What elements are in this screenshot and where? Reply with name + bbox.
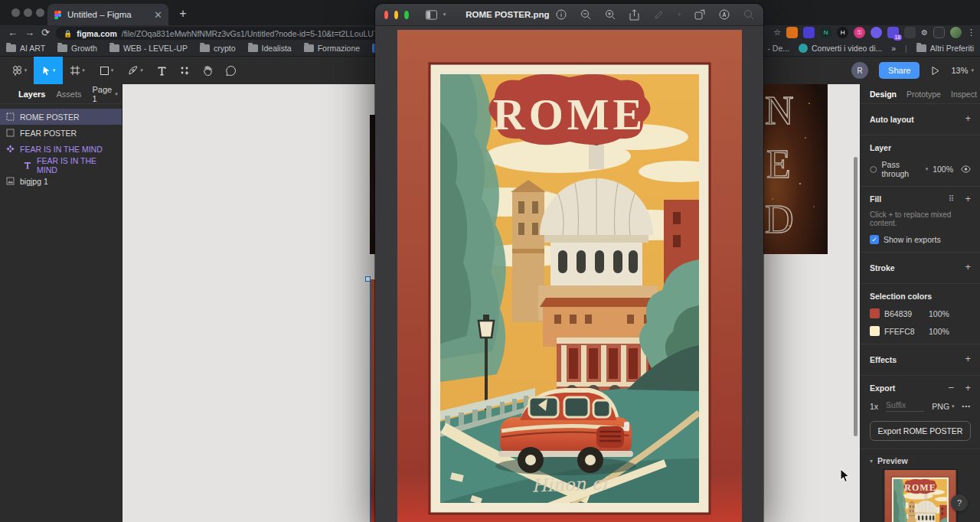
frame-tool[interactable]: ▾ bbox=[63, 57, 92, 84]
zoom-level-dropdown[interactable]: 13%▾ bbox=[951, 66, 974, 75]
share-icon[interactable] bbox=[629, 9, 640, 21]
preview-zoom-button[interactable] bbox=[404, 11, 408, 19]
rome-poster-image[interactable] bbox=[397, 30, 742, 522]
add-effect-button[interactable]: + bbox=[965, 353, 971, 364]
profile-avatar[interactable] bbox=[950, 27, 962, 38]
browser-menu-icon[interactable]: ⋮ bbox=[967, 28, 975, 38]
other-bookmarks-folder[interactable]: Altri Preferiti bbox=[916, 44, 974, 53]
tab-assets[interactable]: Assets bbox=[56, 90, 81, 99]
comment-tool[interactable] bbox=[219, 57, 242, 84]
preview-close-button[interactable] bbox=[384, 11, 388, 19]
preview-titlebar[interactable]: ▾ ROME POSTER.png ▾ bbox=[375, 4, 763, 26]
rotate-icon[interactable] bbox=[694, 9, 705, 21]
bookmark-star-icon[interactable]: ☆ bbox=[773, 28, 781, 38]
resources-tool[interactable] bbox=[173, 57, 196, 84]
purple-extension-icon[interactable] bbox=[803, 27, 815, 38]
user-avatar[interactable]: R bbox=[851, 62, 868, 79]
puzzle-extensions-icon[interactable]: ⚙ bbox=[921, 28, 928, 37]
hand-tool[interactable] bbox=[196, 57, 219, 84]
preview-minimize-button[interactable] bbox=[394, 11, 398, 19]
help-button[interactable]: ? bbox=[951, 494, 968, 511]
chevron-down-icon[interactable]: ▾ bbox=[678, 11, 681, 18]
markup-pen-icon[interactable] bbox=[653, 9, 665, 21]
layer-row-fear-component[interactable]: FEAR IS IN THE MIND bbox=[0, 141, 122, 157]
export-scale[interactable]: 1x bbox=[870, 402, 878, 411]
window-minimize-button[interactable] bbox=[24, 8, 32, 17]
fill-styles-icon[interactable]: ⠿ bbox=[949, 194, 954, 203]
export-more-icon[interactable]: ••• bbox=[962, 403, 971, 409]
search-icon[interactable] bbox=[743, 9, 754, 21]
window-close-button[interactable] bbox=[11, 8, 20, 17]
fear-poster-canvas-fragment[interactable]: N E D bbox=[763, 84, 828, 254]
text-tool[interactable] bbox=[150, 57, 173, 84]
forward-icon[interactable]: → bbox=[24, 27, 34, 39]
info-icon[interactable] bbox=[555, 9, 567, 21]
show-in-exports-checkbox[interactable]: ✓ bbox=[870, 235, 879, 244]
layer-opacity-value[interactable]: 100% bbox=[933, 165, 953, 174]
badge-extension-icon[interactable]: 18 bbox=[887, 27, 899, 38]
bookmarks-overflow-icon[interactable]: » bbox=[891, 44, 896, 53]
add-fill-button[interactable]: + bbox=[965, 193, 971, 204]
reload-icon[interactable]: ⟳ bbox=[41, 27, 50, 39]
present-play-icon[interactable] bbox=[930, 66, 940, 76]
layer-row-bigjpg[interactable]: bigjpg 1 bbox=[0, 173, 122, 189]
preview-window[interactable]: ▾ ROME POSTER.png ▾ bbox=[375, 4, 763, 522]
page-selector[interactable]: Page 1▾ bbox=[93, 85, 118, 103]
layer-row-rome-poster[interactable]: ROME POSTER bbox=[0, 109, 122, 125]
markup-toolbar-icon[interactable] bbox=[718, 9, 730, 21]
add-stroke-button[interactable]: + bbox=[965, 261, 971, 272]
layer-row-fear-text[interactable]: FEAR IS IN THE MIND bbox=[0, 157, 122, 173]
color-swatch[interactable] bbox=[870, 308, 880, 318]
color-swatch[interactable] bbox=[870, 326, 880, 336]
color-opacity[interactable]: 100% bbox=[929, 327, 949, 336]
metamask-extension-icon[interactable] bbox=[786, 27, 798, 38]
ghost-extension-icon[interactable] bbox=[871, 27, 882, 38]
bookmark-partial[interactable]: - De... bbox=[767, 44, 789, 53]
bookmark-ai-art[interactable]: AI ART bbox=[6, 44, 45, 53]
remove-export-button[interactable]: − bbox=[948, 382, 954, 393]
bookmark-formazione[interactable]: Formazione bbox=[304, 44, 360, 53]
move-tool[interactable]: ▾ bbox=[34, 57, 63, 84]
tab-inspect[interactable]: Inspect bbox=[951, 90, 977, 99]
browser-tab[interactable]: Untitled – Figma ✕ bbox=[47, 4, 168, 25]
sidebar-toggle-icon[interactable] bbox=[426, 9, 437, 21]
blend-mode-dropdown[interactable]: Pass through▾ bbox=[882, 160, 929, 178]
export-rome-poster-button[interactable]: Export ROME POSTER bbox=[870, 421, 971, 441]
tab-prototype[interactable]: Prototype bbox=[906, 90, 941, 99]
zoom-in-icon[interactable] bbox=[604, 9, 616, 21]
selection-color-row[interactable]: B64839 100% bbox=[870, 308, 971, 318]
export-format-dropdown[interactable]: PNG▾ bbox=[932, 402, 954, 411]
export-suffix-input[interactable]: Suffix bbox=[886, 400, 924, 412]
back-icon[interactable]: ← bbox=[8, 27, 18, 39]
bookmark-crypto[interactable]: crypto bbox=[200, 44, 236, 53]
figma-main-menu[interactable]: ▾ bbox=[5, 57, 34, 84]
bookmark-idealista[interactable]: Idealista bbox=[248, 44, 292, 53]
add-auto-layout-button[interactable]: + bbox=[965, 113, 971, 124]
tab-design[interactable]: Design bbox=[870, 90, 897, 99]
zoom-out-icon[interactable] bbox=[580, 9, 591, 21]
color-hex[interactable]: FFEFC8 bbox=[884, 327, 924, 336]
tab-close-icon[interactable]: ✕ bbox=[154, 9, 162, 21]
color-hex[interactable]: B64839 bbox=[884, 309, 924, 318]
selection-color-row[interactable]: FFEFC8 100% bbox=[870, 326, 971, 336]
window-zoom-button[interactable] bbox=[36, 8, 44, 17]
new-tab-button[interactable]: + bbox=[175, 6, 191, 23]
notion-extension-icon[interactable]: N bbox=[820, 27, 831, 38]
color-opacity[interactable]: 100% bbox=[929, 309, 949, 318]
sidepanel-icon[interactable] bbox=[933, 27, 945, 38]
canvas-scrollbar[interactable] bbox=[854, 157, 858, 436]
add-export-button[interactable]: + bbox=[965, 382, 971, 393]
tab-layers[interactable]: Layers bbox=[18, 90, 45, 99]
chevron-down-icon[interactable]: ▾ bbox=[443, 11, 446, 18]
h-extension-icon[interactable]: H bbox=[837, 27, 848, 38]
key-extension-icon[interactable]: ⚿ bbox=[854, 27, 865, 38]
share-button[interactable]: Share bbox=[879, 62, 920, 79]
selection-handle[interactable] bbox=[365, 276, 371, 282]
visibility-eye-icon[interactable] bbox=[961, 165, 971, 173]
bookmark-converti[interactable]: Converti i video di... bbox=[799, 44, 882, 53]
bookmark-growth[interactable]: Growth bbox=[57, 44, 97, 53]
preview-section-header[interactable]: ▾ Preview bbox=[861, 449, 980, 468]
shape-tool[interactable]: ▾ bbox=[92, 57, 121, 84]
pen-tool[interactable]: ▾ bbox=[121, 57, 150, 84]
layer-row-fear-poster[interactable]: FEAR POSTER bbox=[0, 125, 122, 141]
